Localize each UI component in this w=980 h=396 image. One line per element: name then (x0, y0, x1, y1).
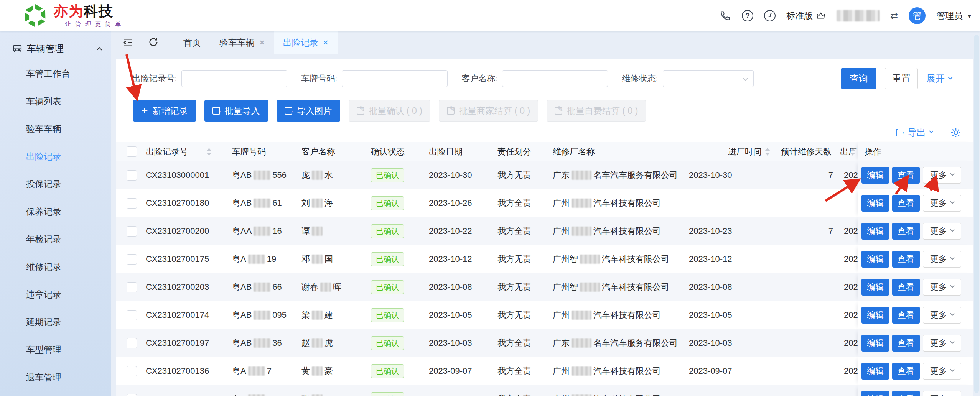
view-button[interactable]: 查看 (892, 195, 920, 212)
redaction-block (254, 227, 270, 236)
more-button[interactable]: 更多 (923, 195, 961, 212)
action-button[interactable]: 批量商家结算 ( 0 ) (439, 100, 538, 122)
reset-button[interactable]: 重置 (885, 68, 918, 89)
select-all-checkbox[interactable] (127, 146, 137, 157)
row-checkbox[interactable] (127, 394, 137, 396)
row-checkbox[interactable] (127, 310, 137, 320)
export-button[interactable]: 导出 (896, 127, 933, 139)
view-button[interactable]: 查看 (892, 335, 920, 352)
user-menu[interactable]: 管理员 ▼ (936, 10, 972, 22)
filter-input[interactable] (342, 70, 448, 87)
filter-input[interactable] (663, 70, 754, 87)
filter-input[interactable] (502, 70, 608, 87)
switch-account-icon[interactable]: ⇄ (890, 10, 898, 21)
action-button[interactable]: 批量确认 ( 0 ) (349, 100, 430, 122)
column-header[interactable]: 责任划分 (497, 142, 553, 161)
column-header[interactable]: 进厂时间 (689, 142, 777, 161)
sidebar-item[interactable]: 保养记录 (0, 198, 111, 225)
action-button[interactable]: 新增记录 (133, 100, 196, 122)
column-header[interactable]: 车牌号码 (232, 142, 301, 161)
view-button[interactable]: 查看 (892, 307, 920, 324)
action-button[interactable]: 导入图片 (277, 100, 340, 122)
tab-close-icon[interactable]: × (323, 38, 328, 47)
phone-icon[interactable] (720, 10, 731, 21)
row-checkbox[interactable] (127, 282, 137, 292)
more-button[interactable]: 更多 (923, 223, 961, 240)
sort-icon[interactable] (765, 148, 770, 156)
sidebar-item[interactable]: 出险记录 (0, 143, 111, 170)
service-icon[interactable] (764, 10, 776, 21)
column-header[interactable] (116, 142, 146, 161)
sidebar-item[interactable]: 车型管理 (0, 336, 111, 363)
expand-filters-link[interactable]: 展开 (926, 72, 952, 85)
view-button[interactable]: 查看 (892, 223, 920, 240)
sort-icon[interactable] (206, 148, 212, 156)
cell-record-no: CX23102700134 (146, 385, 232, 396)
edit-button[interactable]: 编辑 (861, 363, 889, 380)
edit-button[interactable]: 编辑 (861, 167, 889, 184)
edit-button[interactable]: 编辑 (861, 279, 889, 296)
cell-accident-date: 2023-10-05 (429, 301, 497, 329)
row-checkbox[interactable] (127, 366, 137, 376)
more-button[interactable]: 更多 (923, 279, 961, 296)
column-header[interactable]: 维修厂名称 (553, 142, 689, 161)
more-button[interactable]: 更多 (923, 307, 961, 324)
edit-button[interactable]: 编辑 (861, 307, 889, 324)
row-checkbox[interactable] (127, 254, 137, 265)
tab[interactable]: 验车车辆 × (210, 31, 274, 54)
cell-status: 已确认 (371, 357, 429, 385)
redacted-company-name (837, 10, 880, 21)
more-button[interactable]: 更多 (923, 335, 961, 352)
view-button[interactable]: 查看 (892, 363, 920, 380)
filter-input[interactable] (181, 70, 287, 87)
column-header[interactable]: 出险日期 (429, 142, 497, 161)
redaction-block (312, 171, 323, 180)
view-button[interactable]: 查看 (892, 391, 920, 396)
sidebar-item[interactable]: 投保记录 (0, 170, 111, 198)
more-button[interactable]: 更多 (923, 167, 961, 184)
row-checkbox[interactable] (127, 170, 137, 181)
view-button[interactable]: 查看 (892, 251, 920, 268)
row-checkbox[interactable] (127, 198, 137, 209)
refresh-icon[interactable] (148, 37, 160, 48)
gear-icon[interactable] (950, 127, 962, 139)
edit-button[interactable]: 编辑 (861, 223, 889, 240)
avatar[interactable]: 管 (909, 7, 926, 24)
action-button[interactable]: 批量导入 (204, 100, 268, 122)
row-actions: 编辑 查看 更多 (858, 301, 973, 329)
sidebar-item[interactable]: 退车管理 (0, 363, 111, 391)
more-button[interactable]: 更多 (923, 391, 961, 396)
sidebar-item[interactable]: 车管工作台 (0, 60, 111, 87)
view-button[interactable]: 查看 (892, 167, 920, 184)
collapse-sidebar-icon[interactable] (122, 37, 133, 48)
edit-button[interactable]: 编辑 (861, 335, 889, 352)
sidebar-item[interactable]: 验车车辆 (0, 115, 111, 143)
tab[interactable]: 首页 × (174, 31, 210, 54)
column-header[interactable]: 确认状态 (371, 142, 429, 161)
action-button[interactable]: 批量自费结算 ( 0 ) (547, 100, 646, 122)
row-checkbox[interactable] (127, 226, 137, 237)
more-button[interactable]: 更多 (923, 363, 961, 380)
view-button[interactable]: 查看 (892, 279, 920, 296)
cell-entry-time: 2023-09-08 (689, 385, 777, 396)
sidebar-item[interactable]: 违章记录 (0, 281, 111, 308)
sidebar-group-vehicle-mgmt[interactable]: 车辆管理 (0, 38, 111, 60)
more-button[interactable]: 更多 (923, 251, 961, 268)
sidebar-item[interactable]: 维修记录 (0, 253, 111, 281)
edit-button[interactable]: 编辑 (861, 195, 889, 212)
column-header[interactable]: 客户名称 (301, 142, 371, 161)
version-badge[interactable]: 标准版 (786, 10, 826, 22)
page-scrollbar[interactable] (974, 35, 979, 393)
edit-button[interactable]: 编辑 (861, 251, 889, 268)
tab[interactable]: 出险记录 × (274, 31, 338, 54)
sidebar-item[interactable]: 车辆列表 (0, 87, 111, 115)
column-header[interactable]: 预计维修天数 (777, 142, 840, 161)
column-header[interactable]: 出险记录号 (146, 142, 232, 161)
row-checkbox[interactable] (127, 338, 137, 348)
sidebar-item[interactable]: 年检记录 (0, 225, 111, 253)
search-button[interactable]: 查询 (841, 68, 876, 89)
tab-close-icon[interactable]: × (259, 38, 265, 47)
edit-button[interactable]: 编辑 (861, 391, 889, 396)
sidebar-item[interactable]: 延期记录 (0, 308, 111, 336)
help-icon[interactable]: ? (742, 10, 753, 21)
